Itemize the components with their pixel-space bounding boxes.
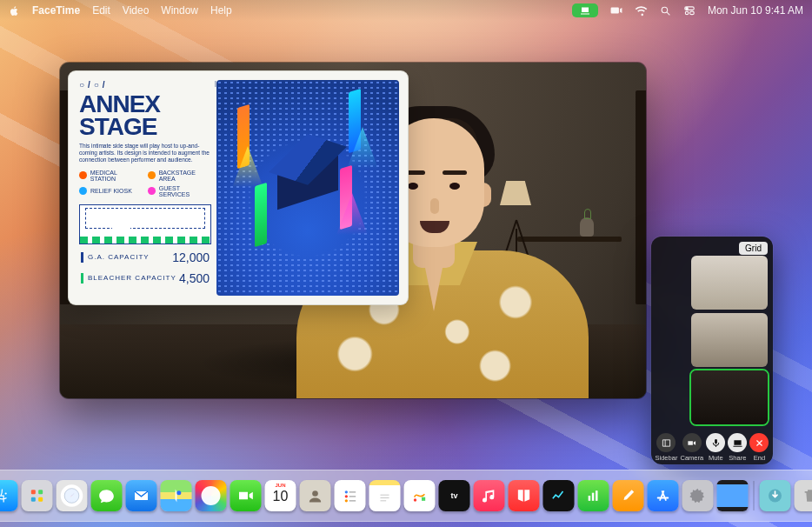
dock-app-freeform[interactable] [404,480,436,511]
status-clock[interactable]: Mon Jun 10 9:41 AM [708,4,803,17]
doc-legend: MEDICAL STATION BACKSTAGE AREA RELIEF KI… [79,170,211,197]
dock-downloads[interactable] [760,480,791,511]
legend-dot-medical [79,171,87,179]
svg-point-0 [662,7,668,13]
menu-bar: FaceTime Edit Video Window Help Mon Jun … [0,0,812,21]
participant-tiles [651,237,773,428]
camera-button[interactable]: Camera [680,433,703,462]
svg-point-19 [345,499,348,502]
dock-app-mail[interactable] [126,480,157,511]
legend-dot-guest [148,187,156,195]
dock: JUN 10 tv [0,470,812,522]
svg-rect-8 [31,490,36,494]
facetime-panel[interactable]: Grid Sidebar Camera Mute Share [651,237,773,464]
dock-app-notes[interactable] [369,480,401,511]
svg-line-1 [667,12,669,15]
svg-rect-27 [592,493,595,501]
svg-rect-25 [422,497,425,501]
dock-app-safari[interactable] [57,480,88,511]
grid-view-button[interactable]: Grid [739,242,768,255]
dock-trash[interactable] [795,480,813,511]
dock-app-stocks[interactable] [543,480,575,511]
dock-app-finder[interactable] [0,480,18,511]
svg-rect-28 [596,490,598,501]
dock-app-pages[interactable] [613,480,644,511]
doc-mini-map [79,204,211,244]
wifi-icon[interactable] [635,4,648,17]
doc-logo: ○/○/ [79,80,109,90]
svg-point-14 [312,490,318,497]
dock-app-launchpad[interactable] [22,480,53,511]
svg-rect-9 [38,490,43,494]
menu-item-help[interactable]: Help [210,4,232,17]
svg-point-3 [686,8,688,10]
doc-description: This intimate side stage will play host … [79,143,210,163]
shared-screen-window[interactable]: ○/○/ | 01 | VENUE V2.1 ANNEX STAGE This … [60,63,646,398]
svg-rect-26 [589,496,591,501]
dock-app-contacts[interactable] [300,480,331,511]
self-view-tile[interactable] [691,370,768,424]
dock-app-settings[interactable] [682,480,714,511]
mute-button[interactable]: Mute [706,433,725,462]
svg-rect-11 [38,497,43,502]
menu-item-app[interactable]: FaceTime [32,4,80,17]
share-button[interactable]: Share [728,433,747,462]
svg-rect-18 [349,496,356,497]
menu-item-edit[interactable]: Edit [92,4,110,17]
facetime-controls: Sidebar Camera Mute Share End [651,428,773,464]
svg-point-4 [685,11,689,15]
svg-point-17 [345,495,348,497]
dock-app-messages[interactable] [91,480,123,511]
svg-rect-5 [690,11,695,15]
dock-separator [754,481,755,510]
doc-stat-ga: G.A. CAPACITY 12,000 [79,250,211,265]
svg-point-15 [345,490,348,493]
dock-app-maps[interactable] [161,480,192,511]
legend-dot-relief [79,187,87,195]
apple-menu[interactable] [9,5,20,17]
dock-app-facetime[interactable] [230,480,262,511]
legend-dot-backstage [148,171,156,179]
dock-app-photos[interactable] [196,480,227,511]
participant-tile-2[interactable] [691,313,768,367]
dock-app-news[interactable] [509,480,540,511]
doc-stat-bleacher: BLEACHER CAPACITY 4,500 [79,270,211,286]
menu-item-video[interactable]: Video [123,4,149,17]
svg-rect-16 [349,491,356,493]
shared-document: ○/○/ | 01 | VENUE V2.1 ANNEX STAGE This … [69,71,408,304]
svg-point-24 [414,498,416,501]
svg-point-7 [5,492,7,494]
participant-tile-1[interactable] [691,256,768,310]
spotlight-icon[interactable] [660,5,671,17]
control-center-icon[interactable] [683,4,696,17]
dock-app-music[interactable] [474,480,505,511]
screen-sharing-status[interactable] [572,3,598,17]
dock-app-calendar[interactable]: JUN 10 [265,480,296,511]
dock-app-appstore[interactable] [648,480,679,511]
doc-title-line1: ANNEX [79,93,211,116]
doc-isometric-map [216,80,399,296]
doc-title-line2: STAGE [79,116,211,138]
facetime-status-icon[interactable] [610,4,622,17]
dock-app-iphone-mirroring[interactable] [717,480,749,511]
svg-point-12 [64,489,79,504]
svg-rect-10 [31,497,36,502]
end-call-button[interactable]: End [749,433,769,462]
sidebar-button[interactable]: Sidebar [656,433,678,462]
svg-rect-20 [349,500,356,502]
dock-app-reminders[interactable] [335,480,366,511]
dock-app-numbers[interactable] [578,480,609,511]
menu-item-window[interactable]: Window [161,4,198,17]
svg-point-13 [176,490,181,495]
dock-app-tv[interactable]: tv [439,480,470,511]
